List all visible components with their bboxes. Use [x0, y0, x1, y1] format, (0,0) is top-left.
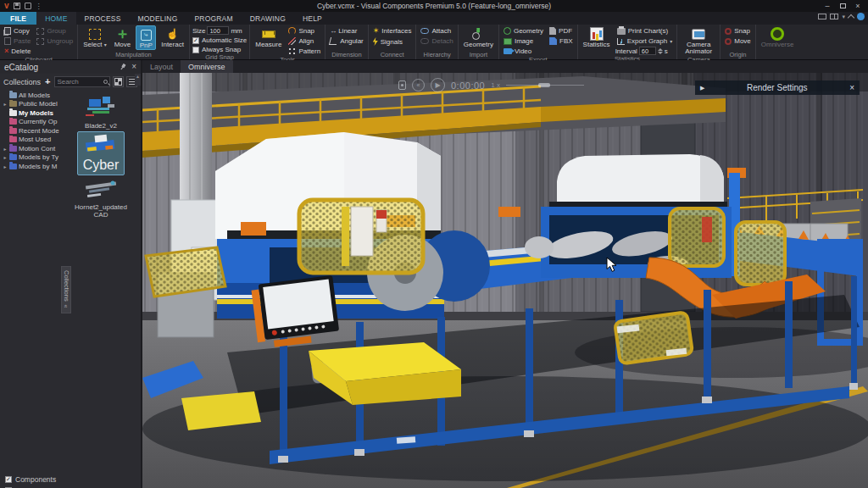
detach-icon [420, 38, 429, 44]
ribbon: Copy Paste ×Delete Group Ungroup Clipboa… [0, 25, 868, 60]
tab-home[interactable]: HOME [36, 12, 75, 25]
expander-icon[interactable]: ▸ [3, 164, 8, 169]
linear-button[interactable]: ↔Linear [328, 26, 365, 36]
layout-split-icon[interactable] [830, 14, 838, 19]
speed-slider-handle[interactable] [538, 83, 550, 87]
angular-button[interactable]: Angular [328, 36, 365, 46]
signals-button[interactable]: Signals [371, 36, 414, 47]
copy-button[interactable]: Copy [3, 26, 32, 36]
group-button[interactable]: Group [35, 26, 75, 36]
origin-move-button[interactable]: Move [723, 36, 753, 46]
ecatalog-title: eCatalog [4, 63, 121, 72]
viewport-tab-omniverse[interactable]: Omniverse [181, 60, 233, 73]
viewport-3d[interactable]: Layout Omniverse [142, 60, 868, 488]
application-window: v ⋮ Cyber.vcmx - Visual Components Premi… [0, 0, 868, 488]
detach-button[interactable]: Detach [419, 36, 454, 46]
components-visibility-checkbox[interactable]: ✓ Components [5, 474, 56, 485]
partial-visibility-checkbox[interactable]: ✓ [5, 485, 56, 488]
linear-icon: ↔ [330, 28, 336, 35]
tab-drawing[interactable]: DRAWING [242, 12, 294, 25]
interfaces-button[interactable]: ✶Interfaces [371, 26, 414, 36]
tree-item-models-by-type[interactable]: ▸Models by Ty [3, 153, 61, 163]
snap-icon [288, 27, 296, 35]
delete-button[interactable]: ×Delete [3, 47, 32, 56]
export-video-button[interactable]: Video [502, 47, 545, 56]
render-settings-close-icon[interactable]: × [849, 83, 854, 92]
expander-icon[interactable]: ▸ [3, 154, 8, 160]
tree-item-models-by-manufacturer[interactable]: ▸Models by M [3, 162, 61, 171]
catalog-item-hornet2[interactable]: Hornet2_updated CAD [77, 177, 125, 219]
scene-3d-render[interactable] [142, 73, 868, 488]
attach-button[interactable]: Attach [419, 26, 454, 36]
search-input[interactable] [57, 78, 102, 86]
restore-button[interactable] [836, 1, 849, 11]
paste-button[interactable]: Paste [3, 36, 32, 46]
snap-button[interactable]: Snap [287, 26, 322, 36]
expander-icon[interactable]: ▸ [3, 146, 8, 152]
tree-item-most-used[interactable]: Most Used [3, 136, 61, 145]
tab-file[interactable]: FILE [0, 12, 36, 25]
collections-collapsed-tab[interactable]: Collections « [61, 266, 71, 313]
tab-help[interactable]: HELP [294, 12, 331, 25]
tree-item-public-models[interactable]: ▸Public Model [3, 100, 61, 109]
measure-button[interactable]: Measure [253, 25, 284, 48]
playback-controls: « ▶ 0:00:00 1 x [398, 78, 584, 92]
catalog-scrollbar[interactable]: ▲ [135, 74, 141, 86]
tab-modeling[interactable]: MODELING [130, 12, 186, 25]
ecatalog-close-icon[interactable]: × [131, 63, 136, 71]
collection-icon [9, 119, 17, 125]
tree-item-my-models[interactable]: My Models [3, 108, 61, 118]
import-geometry-button[interactable]: Geometry [461, 25, 496, 48]
tree-item-currently-open[interactable]: Currently Op [3, 118, 61, 127]
tab-process[interactable]: PROCESS [76, 12, 130, 25]
tree-item-all-models[interactable]: All Models [3, 91, 61, 100]
pnp-button[interactable]: ⤷PnP [136, 25, 156, 50]
print-charts-button[interactable]: Print Chart(s) [615, 26, 675, 36]
tab-program[interactable]: PROGRAM [186, 12, 241, 25]
speed-slider[interactable] [506, 85, 584, 86]
collapse-ribbon-icon[interactable] [848, 14, 854, 21]
omniverse-button[interactable]: Omniverse [759, 25, 797, 48]
render-settings-title: Render Settings [704, 83, 849, 92]
origin-snap-button[interactable]: Snap [723, 26, 753, 36]
catalog-item-blade2[interactable]: Blade2_v2 [77, 92, 125, 130]
rewind-button[interactable]: « [412, 79, 425, 92]
select-button[interactable]: Select ▾ [81, 25, 108, 48]
export-fbx-button[interactable]: FBX [548, 36, 575, 46]
export-graph-button[interactable]: Export Graph ▾ [615, 36, 675, 46]
minimize-button[interactable]: – [821, 1, 834, 11]
collections-label: Collections [3, 78, 41, 86]
group-dimension: ↔Linear Angular Dimension [326, 25, 369, 59]
add-collection-button[interactable]: + [43, 77, 52, 86]
view-grid-button[interactable] [113, 76, 124, 87]
pattern-button[interactable]: Pattern [287, 47, 322, 56]
grid-size-input[interactable] [207, 26, 229, 35]
help-icon[interactable] [857, 13, 865, 20]
play-button[interactable]: ▶ [431, 78, 445, 92]
export-image-button[interactable]: Image [502, 36, 545, 46]
automatic-size-checkbox[interactable]: ✓Automatic Size [192, 36, 247, 44]
move-button[interactable]: ✛Move [112, 25, 134, 48]
tree-item-recent-models[interactable]: Recent Mode [3, 126, 61, 136]
interval-input[interactable] [639, 47, 656, 55]
catalog-item-cyber-selected[interactable]: Cyber [77, 131, 125, 175]
record-settings-icon[interactable] [398, 80, 406, 90]
always-snap-checkbox[interactable]: Always Snap [192, 46, 247, 53]
expander-icon[interactable]: ▸ [3, 101, 8, 107]
tree-item-motion-controllers[interactable]: ▸Motion Cont [3, 144, 61, 153]
close-button[interactable]: × [851, 1, 865, 11]
save-icon[interactable] [14, 3, 20, 9]
export-pdf-button[interactable]: PDF [548, 26, 575, 36]
ungroup-button[interactable]: Ungroup [35, 36, 75, 46]
align-button[interactable]: Align [287, 36, 322, 46]
statistics-button[interactable]: Statistics [581, 25, 613, 48]
layout-dropdown-icon[interactable]: ▾ [842, 14, 845, 20]
quick-access-more-icon[interactable]: ⋮ [36, 3, 42, 10]
interval-spinner[interactable] [658, 48, 663, 54]
export-geometry-button[interactable]: Geometry [502, 26, 545, 36]
camera-animator-button[interactable]: Camera Animator [680, 25, 717, 56]
viewport-tab-layout[interactable]: Layout [142, 60, 181, 73]
interact-button[interactable]: ☝Interact [159, 25, 186, 48]
document-icon[interactable] [25, 3, 31, 9]
layout-single-icon[interactable] [818, 14, 826, 19]
